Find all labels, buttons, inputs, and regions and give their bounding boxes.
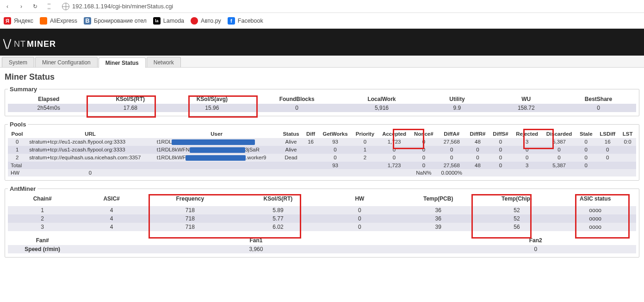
logo-text-bold: MINER xyxy=(27,39,56,49)
pools-legend: Pools xyxy=(8,121,28,128)
th-utility: Utility xyxy=(422,94,491,104)
app-header: NTMINER xyxy=(0,29,644,56)
cell: 3,960 xyxy=(77,245,435,253)
cell: 718 xyxy=(146,223,234,231)
fan-speed-row: Speed (r/min) 3,960 0 xyxy=(8,245,636,253)
cell xyxy=(352,162,378,169)
tab-system[interactable]: System xyxy=(2,57,34,67)
cell: 0 xyxy=(489,162,512,169)
th-elapsed: Elapsed xyxy=(8,94,90,104)
th-discarded: Discarded xyxy=(542,130,576,138)
address-bar[interactable]: 192.168.1.194/cgi-bin/minerStatus.cgi xyxy=(58,1,641,12)
cell: 0:0 xyxy=(619,138,636,146)
bookmark-facebook[interactable]: fFacebook xyxy=(228,17,263,25)
cell: 27,568 xyxy=(437,138,466,146)
nav-forward-icon[interactable]: › xyxy=(17,2,26,11)
bookmark-aliexpress[interactable]: AliExpress xyxy=(40,17,77,25)
cell: 0 xyxy=(512,154,542,162)
browser-toolbar: ‹ › ↻ ▫▫▫▫ 192.168.1.194/cgi-bin/minerSt… xyxy=(0,0,644,13)
facebook-icon: f xyxy=(228,17,235,25)
cell-hw-label: HW xyxy=(8,169,26,176)
cell: 15.96 xyxy=(171,104,253,112)
bookmark-yandex[interactable]: ЯЯндекс xyxy=(4,17,33,25)
cell: 1 xyxy=(352,146,378,154)
th-diff: Diff xyxy=(303,130,319,138)
cell: oooo xyxy=(554,223,636,231)
cell: 0 xyxy=(542,154,576,162)
cell: 0 xyxy=(319,154,352,162)
summary-table: Elapsed KSol/S(RT) KSol/S(avg) FoundBloc… xyxy=(8,94,636,112)
user-prefix: t1RDL xyxy=(157,139,172,145)
th-wu: WU xyxy=(492,94,561,104)
lamoda-icon: la xyxy=(153,17,161,25)
cell-total-label: Total xyxy=(8,162,26,169)
cell: 2h54m0s xyxy=(8,104,90,112)
tab-network[interactable]: Network xyxy=(147,57,181,67)
cell xyxy=(466,169,489,176)
cell: 0 xyxy=(253,104,341,112)
cell xyxy=(352,169,378,176)
cell: stratum+tcp://eu1-zcash.flypool.org:3333 xyxy=(26,138,154,146)
th-pool: Pool xyxy=(8,130,26,138)
nav-back-icon[interactable]: ‹ xyxy=(3,2,12,11)
cell-speed-label: Speed (r/min) xyxy=(8,245,77,253)
cell: 5,916 xyxy=(341,104,423,112)
cell: Alive xyxy=(279,138,303,146)
user-suffix: 3jSaR xyxy=(245,147,260,152)
bookmark-label: Lamoda xyxy=(163,18,184,24)
obscured-text xyxy=(172,139,255,145)
cell xyxy=(319,169,352,176)
url-text: 192.168.1.194/cgi-bin/minerStatus.cgi xyxy=(72,3,173,10)
autoru-icon xyxy=(191,17,198,25)
apps-icon[interactable]: ▫▫▫▫ xyxy=(44,2,54,11)
obscured-text xyxy=(186,155,246,161)
th-localwork: LocalWork xyxy=(341,94,423,104)
cell: 4 xyxy=(77,214,146,223)
chain-row: 2 4 718 5.77 0 36 52 oooo xyxy=(8,214,636,223)
th-hw: HW xyxy=(322,194,397,203)
tab-miner-status[interactable]: Miner Status xyxy=(99,57,146,68)
th-fan1: Fan1 xyxy=(77,236,435,245)
th-temp-chip: Temp(Chip) xyxy=(479,194,554,203)
antminer-legend: AntMiner xyxy=(8,185,37,192)
bookmark-label: Facebook xyxy=(238,18,263,24)
cell: t1RDL8kWF.worker9 xyxy=(154,154,279,162)
cell: 0 xyxy=(596,154,619,162)
cell: 6.02 xyxy=(234,223,322,231)
user-prefix: t1RDL8kWFN xyxy=(157,147,190,152)
tab-miner-configuration[interactable]: Miner Configuration xyxy=(35,57,98,67)
cell: 3 xyxy=(512,162,542,169)
bookmark-autoru[interactable]: Авто.ру xyxy=(191,17,221,25)
bookmark-label: Авто.ру xyxy=(201,18,221,24)
cell: 0 xyxy=(466,154,489,162)
th-ksolrt: KSol/S(RT) xyxy=(90,94,172,104)
cell: 0 xyxy=(352,138,378,146)
cell: oooo xyxy=(554,214,636,223)
cell xyxy=(378,169,410,176)
cell: 0 xyxy=(576,154,596,162)
bookmark-booking[interactable]: ВБронирование отел xyxy=(84,17,147,25)
cell: t1RDL xyxy=(154,138,279,146)
chain-row: 3 4 718 6.02 0 39 56 oooo xyxy=(8,223,636,231)
bookmark-lamoda[interactable]: laLamoda xyxy=(153,17,184,25)
cell: 0 xyxy=(561,104,636,112)
th-user: User xyxy=(154,130,279,138)
yandex-icon: Я xyxy=(4,17,11,25)
cell: 718 xyxy=(146,206,234,214)
cell: 0 xyxy=(489,146,512,154)
cell: 2 xyxy=(8,154,26,162)
cell: 16 xyxy=(596,138,619,146)
cell xyxy=(542,169,576,176)
antminer-section: AntMiner Chain# ASIC# Frequency KSol/S(R… xyxy=(5,185,639,258)
cell: 52 xyxy=(479,206,554,214)
cell: 0 xyxy=(410,154,437,162)
fan-header-row: Fan# Fan1 Fan2 xyxy=(8,236,636,245)
globe-icon xyxy=(62,3,69,10)
cell: 0 xyxy=(8,138,26,146)
cell: 0 xyxy=(435,245,636,253)
chain-row: 1 4 718 5.89 0 36 52 oooo xyxy=(8,206,636,214)
reload-icon[interactable]: ↻ xyxy=(31,2,40,11)
bookmark-label: Яндекс xyxy=(14,18,33,24)
cell: 0 xyxy=(489,154,512,162)
th-diffa: DiffA# xyxy=(437,130,466,138)
